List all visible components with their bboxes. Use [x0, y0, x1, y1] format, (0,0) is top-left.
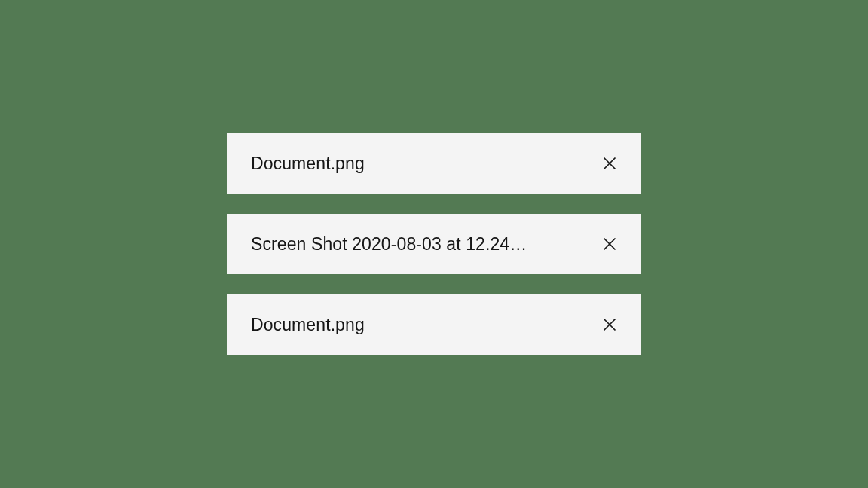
remove-file-button[interactable] [599, 153, 620, 174]
file-card: Document.png [227, 294, 641, 355]
close-icon [602, 236, 617, 252]
file-name-label: Screen Shot 2020-08-03 at 12.24… [251, 234, 527, 255]
remove-file-button[interactable] [599, 233, 620, 255]
file-list: Document.png Screen Shot 2020-08-03 at 1… [227, 133, 641, 355]
file-card: Document.png [227, 133, 641, 194]
file-name-label: Document.png [251, 154, 365, 174]
remove-file-button[interactable] [599, 314, 620, 335]
close-icon [602, 317, 617, 332]
file-card: Screen Shot 2020-08-03 at 12.24… [227, 214, 641, 274]
file-name-label: Document.png [251, 315, 365, 335]
close-icon [602, 156, 617, 171]
